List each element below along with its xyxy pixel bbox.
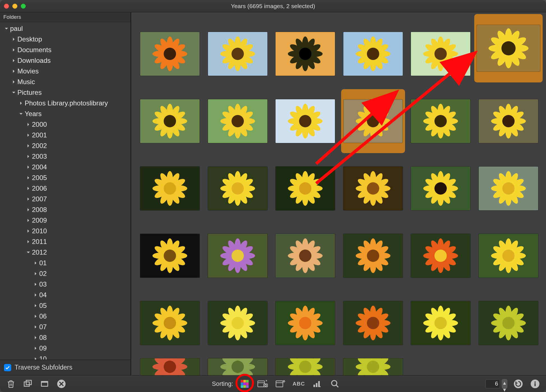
thumbnail[interactable]	[409, 156, 473, 220]
thumbnail[interactable]	[273, 89, 337, 153]
info-button[interactable]	[529, 378, 541, 390]
folder-row[interactable]: 2012	[0, 247, 131, 258]
thumbnail[interactable]	[138, 291, 202, 355]
folder-row[interactable]: Years	[0, 109, 131, 119]
folder-row[interactable]: 03	[0, 279, 131, 290]
folder-row[interactable]: 2008	[0, 204, 131, 215]
chevron-right-icon[interactable]	[11, 47, 16, 52]
chevron-right-icon[interactable]	[11, 69, 16, 74]
columns-stepper[interactable]: ▴ ▾	[502, 379, 507, 389]
thumbnail[interactable]	[206, 156, 270, 220]
thumbnail[interactable]	[476, 291, 540, 355]
folder-row[interactable]: 06	[0, 311, 131, 322]
folder-row[interactable]: 08	[0, 332, 131, 343]
thumbnail-area[interactable]	[131, 12, 546, 375]
folder-row[interactable]: 2009	[0, 215, 131, 226]
windows-button[interactable]	[22, 378, 34, 390]
chevron-right-icon[interactable]	[33, 282, 38, 287]
folder-row[interactable]: 2007	[0, 194, 131, 204]
chevron-right-icon[interactable]	[26, 122, 31, 127]
sort-color-button[interactable]	[239, 378, 251, 390]
chevron-right-icon[interactable]	[26, 229, 31, 234]
chevron-right-icon[interactable]	[33, 356, 38, 359]
thumbnail[interactable]	[206, 224, 270, 288]
chevron-right-icon[interactable]	[33, 346, 38, 351]
folder-row[interactable]: Music	[0, 77, 131, 87]
search-button[interactable]	[329, 378, 341, 390]
thumbnail[interactable]	[409, 291, 473, 355]
chevron-down-icon[interactable]	[11, 90, 16, 95]
thumbnail[interactable]	[409, 224, 473, 288]
thumbnail[interactable]	[341, 224, 405, 288]
thumbnail[interactable]	[474, 14, 543, 82]
thumbnail[interactable]	[273, 291, 337, 355]
window-single-button[interactable]	[39, 378, 50, 390]
thumbnail[interactable]	[138, 358, 202, 375]
chevron-right-icon[interactable]	[18, 101, 24, 106]
thumbnail[interactable]	[138, 156, 202, 220]
chevron-right-icon[interactable]	[33, 314, 38, 319]
folder-row[interactable]: 04	[0, 290, 131, 300]
thumbnail[interactable]	[273, 358, 337, 375]
folder-row[interactable]: 05	[0, 300, 131, 311]
trash-button[interactable]	[5, 378, 17, 390]
chevron-down-icon[interactable]	[4, 26, 9, 31]
thumbnail[interactable]	[273, 156, 337, 220]
folder-row[interactable]: 10	[0, 354, 131, 359]
folder-row[interactable]: 07	[0, 322, 131, 332]
columns-field[interactable]: 6	[485, 379, 500, 388]
thumbnail[interactable]	[138, 89, 202, 153]
thumbnail[interactable]	[273, 22, 337, 86]
folder-row[interactable]: 2011	[0, 236, 131, 247]
thumbnail[interactable]	[138, 224, 202, 288]
chevron-right-icon[interactable]	[26, 175, 31, 180]
chevron-right-icon[interactable]	[26, 186, 31, 191]
thumbnail[interactable]	[273, 224, 337, 288]
chevron-down-icon[interactable]	[18, 111, 24, 116]
minimize-button[interactable]	[12, 4, 17, 9]
thumbnail[interactable]	[476, 224, 540, 288]
chevron-right-icon[interactable]	[26, 197, 31, 202]
chevron-right-icon[interactable]	[33, 292, 38, 298]
close-button[interactable]	[4, 4, 9, 9]
thumbnail[interactable]	[476, 156, 540, 220]
folder-row[interactable]: Photos Library.photoslibrary	[0, 98, 131, 109]
thumbnail[interactable]	[206, 291, 270, 355]
folder-row[interactable]: 2003	[0, 151, 131, 162]
stepper-up-icon[interactable]: ▴	[502, 379, 507, 386]
folder-row[interactable]: 01	[0, 258, 131, 268]
chevron-right-icon[interactable]	[33, 324, 38, 329]
chevron-right-icon[interactable]	[26, 154, 31, 159]
folder-row[interactable]: Downloads	[0, 55, 131, 66]
folder-row[interactable]: 2000	[0, 119, 131, 130]
chevron-right-icon[interactable]	[33, 303, 38, 308]
thumbnail[interactable]	[341, 89, 405, 153]
thumbnail[interactable]	[409, 22, 473, 86]
stepper-down-icon[interactable]: ▾	[502, 386, 507, 392]
chevron-right-icon[interactable]	[26, 207, 31, 212]
thumbnail[interactable]	[341, 156, 405, 220]
folder-row[interactable]: 2002	[0, 140, 131, 151]
chevron-right-icon[interactable]	[26, 165, 31, 170]
folder-row[interactable]: 2010	[0, 226, 131, 236]
thumbnail[interactable]	[341, 22, 405, 86]
chevron-right-icon[interactable]	[33, 271, 38, 276]
chevron-right-icon[interactable]	[11, 58, 16, 63]
chevron-right-icon[interactable]	[26, 143, 31, 148]
folder-row[interactable]: Desktop	[0, 34, 131, 45]
chevron-right-icon[interactable]	[26, 218, 31, 223]
folder-row[interactable]: 2001	[0, 130, 131, 140]
chevron-right-icon[interactable]	[11, 37, 16, 42]
thumbnail[interactable]	[409, 89, 473, 153]
folder-row[interactable]: 2004	[0, 162, 131, 172]
reload-button[interactable]	[512, 378, 524, 390]
chevron-right-icon[interactable]	[11, 79, 16, 84]
folder-row[interactable]: Movies	[0, 66, 131, 77]
chevron-right-icon[interactable]	[26, 239, 31, 244]
sort-size-button[interactable]	[311, 378, 323, 390]
folder-row[interactable]: 2006	[0, 183, 131, 194]
zoom-button[interactable]	[21, 4, 26, 9]
folder-row[interactable]: paul	[0, 23, 131, 34]
thumbnail[interactable]	[341, 358, 405, 375]
thumbnail[interactable]	[138, 22, 202, 86]
